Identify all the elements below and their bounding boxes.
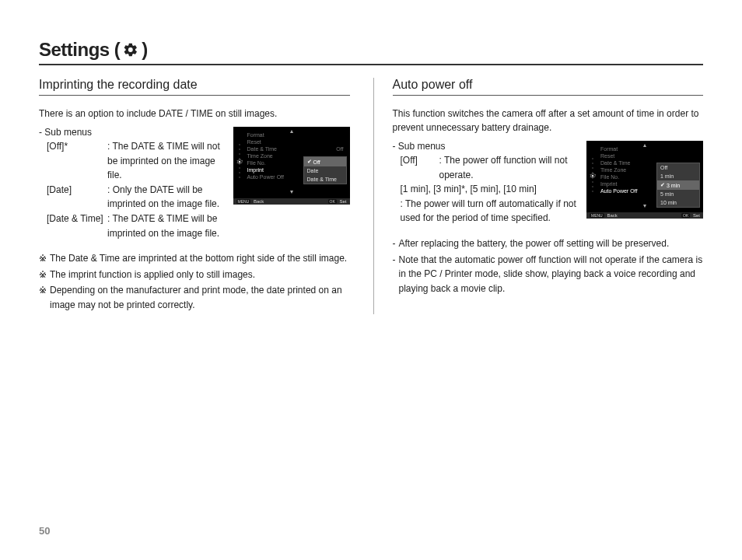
camera-screen-imprint: ▴ Format Reset Date & TimeOff Time Zone … [233, 127, 350, 205]
section-heading-left: Imprinting the recording date [39, 78, 350, 96]
title-suffix: ) [142, 39, 148, 61]
svg-point-1 [592, 175, 594, 177]
screen-footer: MENU Back OK Set [586, 212, 703, 219]
check-icon: ✔ [307, 159, 312, 165]
section-auto-power-off: Auto power off This function switches th… [373, 78, 704, 314]
list-item: [1 min], [3 min]*, [5 min], [10 min] : T… [401, 182, 579, 226]
note-item: ※The imprint function is applied only to… [39, 268, 350, 282]
menu-item: Reset [247, 138, 347, 145]
definition-list-left: [Off]* : The DATE & TIME will not be imp… [39, 139, 226, 240]
chevron-down-icon: ▾ [290, 188, 293, 195]
section-imprinting: Imprinting the recording date There is a… [39, 78, 350, 314]
title-prefix: Settings ( [39, 39, 120, 61]
check-icon: ✔ [660, 182, 665, 188]
option-item: Date & Time [304, 175, 346, 184]
list-item: [Date] : Only the DATE will be imprinted… [47, 183, 226, 212]
option-item: Date [304, 166, 346, 175]
sub-menus-label: - Sub menus [39, 127, 226, 138]
screen-footer: MENU Back OK Set [233, 198, 350, 205]
menu-item: Format [600, 145, 700, 152]
svg-point-0 [238, 161, 240, 163]
options-popup: Off 1 min ✔3 min 5 min 10 min [656, 163, 700, 208]
page-title: Settings ( ) [39, 39, 703, 65]
list-item: [Off] : The power off function will not … [401, 153, 579, 182]
chevron-down-icon: ▾ [643, 202, 646, 209]
list-item: [Date & Time] : The DATE & TIME will be … [47, 212, 226, 240]
chevron-up-icon: ▴ [643, 142, 646, 149]
option-item: 5 min [657, 190, 699, 198]
list-item: [Off]* : The DATE & TIME will not be imp… [47, 139, 226, 183]
section-heading-right: Auto power off [393, 78, 704, 96]
chevron-up-icon: ▴ [290, 128, 293, 135]
menu-item: Reset [600, 152, 700, 159]
options-popup: ✔Off Date Date & Time [303, 156, 347, 184]
page-number: 50 [39, 525, 50, 537]
gear-icon [123, 42, 138, 58]
menu-item: Date & TimeOff [247, 145, 347, 152]
intro-right: This function switches the camera off af… [393, 107, 704, 135]
definition-list-right: [Off] : The power off function will not … [393, 153, 579, 226]
gear-icon [236, 158, 243, 166]
menu-item: Format [247, 131, 347, 138]
intro-left: There is an option to include DATE / TIM… [39, 107, 350, 121]
camera-screen-autopoweroff: ▴ Format Reset Date & Time Time Zone Fil… [586, 141, 703, 219]
option-item: 1 min [657, 172, 699, 180]
notes-right: -After replacing the battery, the power … [393, 236, 704, 296]
option-item: 10 min [657, 198, 699, 207]
note-item: -Note that the automatic power off funct… [393, 253, 704, 296]
gear-icon [589, 172, 597, 180]
note-item: ※The Date & Time are imprinted at the bo… [39, 251, 350, 266]
sub-menus-label: - Sub menus [393, 141, 579, 152]
option-selected: ✔Off [304, 157, 346, 166]
option-selected: ✔3 min [657, 180, 699, 190]
note-item: -After replacing the battery, the power … [393, 236, 704, 251]
notes-left: ※The Date & Time are imprinted at the bo… [39, 251, 350, 312]
option-item: Off [657, 163, 699, 172]
note-item: ※Depending on the manufacturer and print… [39, 283, 350, 312]
